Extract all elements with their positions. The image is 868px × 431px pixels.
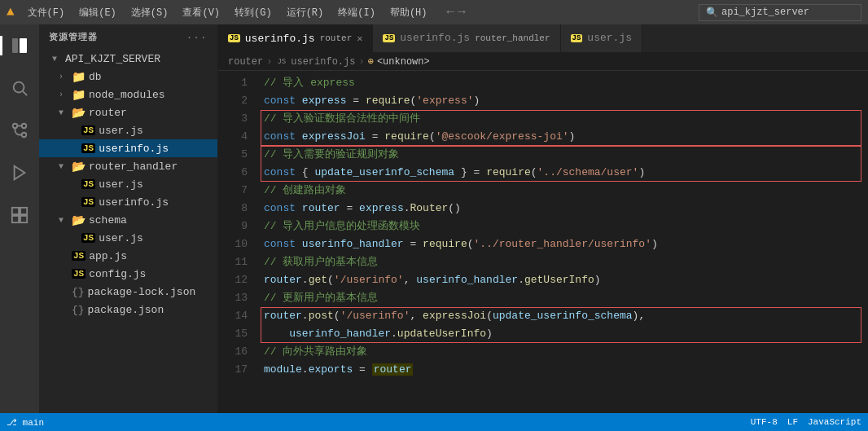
js-badge: JS xyxy=(228,34,240,42)
tree-label: package-lock.json xyxy=(88,286,196,298)
code-line-8: const router = express.Router() xyxy=(264,200,868,218)
code-line-6: const { update_userinfo_schema } = requi… xyxy=(264,164,868,182)
tab-filename: user.js xyxy=(587,32,632,44)
editor-area: JS userinfo.js router ✕ JS userinfo.js r… xyxy=(218,24,868,431)
folder-icon: 📁 xyxy=(72,88,85,102)
sidebar-title: 资源管理器 xyxy=(49,31,98,43)
tab-userinfo-router[interactable]: JS userinfo.js router ✕ xyxy=(218,24,373,52)
sidebar-item-rh-user[interactable]: JS user.js xyxy=(39,175,217,193)
code-line-2: const express = require('express') xyxy=(264,92,868,110)
sidebar-item-package-lock[interactable]: {} package-lock.json xyxy=(39,283,217,301)
code-line-11: // 获取用户的基本信息 xyxy=(264,253,868,271)
tree-label: router xyxy=(89,107,127,119)
sidebar-more[interactable]: ··· xyxy=(186,33,208,42)
tree-label: package.json xyxy=(88,304,164,316)
activity-debug[interactable] xyxy=(5,158,34,187)
code-line-14: router.post('/userinfo', expressJoi(upda… xyxy=(264,307,868,325)
code-content[interactable]: // 导入 express const express = require('e… xyxy=(257,71,868,431)
tree-label: node_modules xyxy=(89,89,165,101)
menu-edit[interactable]: 编辑(E) xyxy=(72,4,123,21)
nav-arrows: ← → xyxy=(446,5,465,20)
svg-rect-10 xyxy=(12,216,19,222)
js-file-icon: JS xyxy=(81,143,95,153)
sidebar-item-schema[interactable]: ▼ 📂 schema xyxy=(39,211,217,229)
breadcrumb: router › JS userinfo.js › ⊕ <unknown> xyxy=(218,53,868,71)
tree-label: schema xyxy=(89,214,127,226)
arrow-icon: › xyxy=(59,90,68,99)
code-line-17: module.exports = router xyxy=(264,361,868,379)
code-line-13: // 更新用户的基本信息 xyxy=(264,289,868,307)
statusbar-eol: LF xyxy=(787,417,798,427)
arrow-icon: ▼ xyxy=(59,162,68,171)
svg-rect-9 xyxy=(20,208,27,214)
sidebar-item-router[interactable]: ▼ 📂 router xyxy=(39,103,217,121)
sidebar-item-config[interactable]: JS config.js xyxy=(39,265,217,283)
statusbar: ⎇ main UTF-8 LF JavaScript xyxy=(0,413,868,431)
menu-run[interactable]: 运行(R) xyxy=(280,4,331,21)
breadcrumb-part-router[interactable]: router xyxy=(228,56,263,68)
sidebar-item-app[interactable]: JS app.js xyxy=(39,247,217,265)
code-line-12: router.get('/userinfo', userinfo_handler… xyxy=(264,271,868,289)
activity-source-control[interactable] xyxy=(5,116,34,145)
tree-label: user.js xyxy=(99,125,143,137)
breadcrumb-part-file[interactable]: userinfo.js xyxy=(291,56,355,68)
back-arrow[interactable]: ← xyxy=(446,5,454,20)
tree-root[interactable]: ▼ API_KJZT_SERVER xyxy=(39,50,217,68)
highlight-block-3: router.post('/userinfo', expressJoi(upda… xyxy=(264,307,868,343)
js-file-icon: JS xyxy=(81,233,95,243)
tree-label: router_handler xyxy=(89,161,178,173)
menu-select[interactable]: 选择(S) xyxy=(125,4,175,21)
js-file-icon: JS xyxy=(72,251,85,261)
tab-user-js[interactable]: JS user.js xyxy=(561,24,642,52)
folder-icon: 📁 xyxy=(72,70,85,84)
menu-bar[interactable]: 文件(F) 编辑(E) 选择(S) 查看(V) 转到(G) 运行(R) 终端(I… xyxy=(21,4,434,21)
svg-point-2 xyxy=(14,82,24,93)
search-bar[interactable]: 🔍 api_kjzt_server xyxy=(699,4,861,21)
tab-close-button[interactable]: ✕ xyxy=(357,33,362,45)
sidebar-item-rh-userinfo[interactable]: JS userinfo.js xyxy=(39,193,217,211)
sidebar-item-router-handler[interactable]: ▼ 📂 router_handler xyxy=(39,157,217,175)
arrow-icon: ▼ xyxy=(59,108,68,117)
activity-extensions[interactable] xyxy=(5,200,34,230)
code-line-5: // 导入需要的验证规则对象 xyxy=(264,146,868,164)
highlight-block-2: // 导入需要的验证规则对象 const { update_userinfo_s… xyxy=(264,146,868,182)
tabs-bar: JS userinfo.js router ✕ JS userinfo.js r… xyxy=(218,24,868,53)
sidebar-item-schema-user[interactable]: JS user.js xyxy=(39,229,217,247)
tree-label: user.js xyxy=(99,178,143,191)
svg-marker-7 xyxy=(15,166,25,180)
sidebar-item-router-user[interactable]: JS user.js xyxy=(39,121,217,139)
menu-file[interactable]: 文件(F) xyxy=(21,4,72,21)
statusbar-branch[interactable]: ⎇ main xyxy=(7,417,44,428)
search-text: api_kjzt_server xyxy=(721,7,809,18)
breadcrumb-part-symbol: ⊕ xyxy=(368,55,374,68)
menu-view[interactable]: 查看(V) xyxy=(176,4,226,21)
titlebar: ▲ 文件(F) 编辑(E) 选择(S) 查看(V) 转到(G) 运行(R) 终端… xyxy=(0,0,868,24)
activity-search[interactable] xyxy=(5,73,34,103)
menu-help[interactable]: 帮助(H) xyxy=(384,4,434,21)
code-editor[interactable]: 12345 678910 1112131415 1617 // 导入 expre… xyxy=(218,71,868,431)
code-line-10: const userinfo_handler = require('../rou… xyxy=(264,235,868,253)
line-numbers: 12345 678910 1112131415 1617 xyxy=(218,71,257,431)
statusbar-lang: JavaScript xyxy=(808,417,861,427)
sidebar-item-package[interactable]: {} package.json xyxy=(39,301,217,319)
js-file-icon: JS xyxy=(81,197,95,207)
forward-arrow[interactable]: → xyxy=(458,5,466,20)
code-line-3: // 导入验证数据合法性的中间件 xyxy=(264,110,868,128)
js-file-icon: JS xyxy=(81,179,95,189)
activity-explorer[interactable] xyxy=(5,31,34,60)
menu-terminal[interactable]: 终端(I) xyxy=(331,4,382,21)
tab-userinfo-router-handler[interactable]: JS userinfo.js router_handler xyxy=(373,24,560,52)
sidebar-item-db[interactable]: › 📁 db xyxy=(39,68,217,86)
vscode-icon: ▲ xyxy=(7,5,15,20)
code-line-7: // 创建路由对象 xyxy=(264,182,868,200)
svg-rect-0 xyxy=(12,38,18,53)
breadcrumb-part-unknown: <unknown> xyxy=(377,56,430,68)
file-tree: ▼ API_KJZT_SERVER › 📁 db › 📁 node_module… xyxy=(39,50,217,319)
code-line-4: const expressJoi = require('@escook/expr… xyxy=(264,128,868,146)
code-line-1: // 导入 express xyxy=(264,74,868,92)
menu-goto[interactable]: 转到(G) xyxy=(228,4,278,21)
svg-point-6 xyxy=(22,124,27,129)
sidebar-item-router-userinfo[interactable]: JS userinfo.js xyxy=(39,139,217,157)
breadcrumb-sep: › xyxy=(266,56,272,68)
sidebar-item-node-modules[interactable]: › 📁 node_modules xyxy=(39,86,217,103)
